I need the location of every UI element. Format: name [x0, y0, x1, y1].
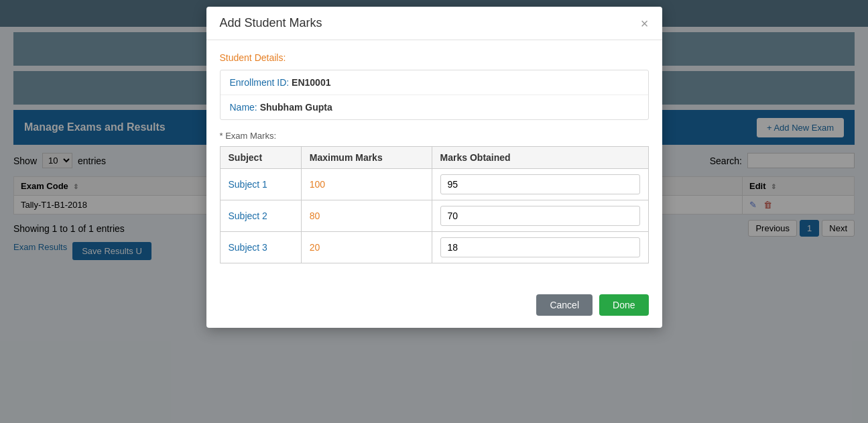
- add-student-marks-modal: Add Student Marks × Student Details: Enr…: [206, 7, 662, 328]
- done-button[interactable]: Done: [599, 294, 648, 316]
- name-row: Name: Shubham Gupta: [221, 95, 648, 119]
- marks-table-row: Subject 280: [220, 200, 648, 232]
- modal-title: Add Student Marks: [220, 16, 322, 30]
- name-label: Name:: [230, 102, 257, 113]
- exam-marks-label: * Exam Marks:: [220, 131, 649, 141]
- marks-obtained-cell-1: [432, 200, 648, 232]
- student-details-box: Enrollment ID: EN10001 Name: Shubham Gup…: [220, 70, 649, 120]
- marks-obtained-cell-0: [432, 169, 648, 200]
- marks-obtained-input-2[interactable]: [440, 237, 640, 257]
- modal-close-button[interactable]: ×: [641, 17, 649, 30]
- subject-cell-0: Subject 1: [220, 169, 301, 200]
- student-details-label: Student Details:: [220, 52, 649, 63]
- marks-obtained-input-0[interactable]: [440, 174, 640, 194]
- col-subject-header: Subject: [220, 147, 301, 169]
- subject-cell-1: Subject 2: [220, 200, 301, 232]
- marks-table: Subject Maximum Marks Marks Obtained Sub…: [220, 146, 649, 263]
- modal-header: Add Student Marks ×: [206, 7, 662, 40]
- enrollment-row: Enrollment ID: EN10001: [221, 70, 648, 95]
- subject-cell-2: Subject 3: [220, 232, 301, 263]
- modal-body: Student Details: Enrollment ID: EN10001 …: [206, 40, 662, 286]
- name-value: Shubham Gupta: [260, 102, 332, 113]
- marks-obtained-cell-2: [432, 232, 648, 263]
- modal-footer: Cancel Done: [206, 286, 662, 328]
- max-marks-cell-2: 20: [301, 232, 432, 263]
- enrollment-value: EN10001: [292, 77, 330, 88]
- max-marks-cell-0: 100: [301, 169, 432, 200]
- max-marks-cell-1: 80: [301, 200, 432, 232]
- col-max-marks-header: Maximum Marks: [301, 147, 432, 169]
- col-marks-obtained-header: Marks Obtained: [432, 147, 648, 169]
- marks-table-row: Subject 320: [220, 232, 648, 263]
- marks-obtained-input-1[interactable]: [440, 206, 640, 226]
- marks-table-row: Subject 1100: [220, 169, 648, 200]
- enrollment-label: Enrollment ID:: [230, 77, 290, 88]
- cancel-button[interactable]: Cancel: [536, 294, 593, 316]
